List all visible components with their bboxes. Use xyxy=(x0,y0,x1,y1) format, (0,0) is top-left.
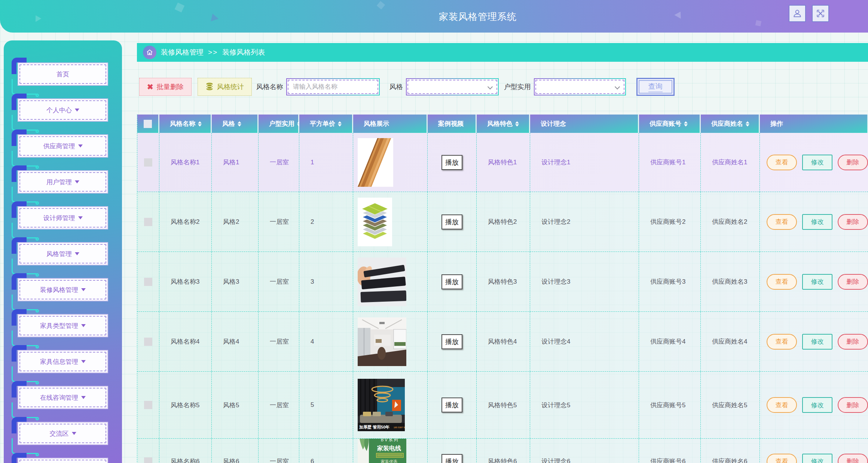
row-checkbox[interactable] xyxy=(144,338,152,346)
column-header-label: 风格特色 xyxy=(487,119,513,128)
style-image[interactable]: 加厚壁 管用50年185 5387 9577 xyxy=(358,379,405,431)
column-header[interactable]: 供应商账号 xyxy=(639,115,701,133)
play-button[interactable]: 播放 xyxy=(441,155,462,170)
column-header[interactable]: 平方单价 xyxy=(299,115,353,133)
style-name-input[interactable] xyxy=(287,79,379,95)
style-cell: 风格3 xyxy=(212,252,259,311)
sidebar-item-0[interactable]: 首页 xyxy=(18,63,108,86)
row-checkbox[interactable] xyxy=(144,218,152,226)
app-title: 家装风格管理系统 xyxy=(439,10,517,22)
supplier-cell: 供应商姓名2 xyxy=(701,192,760,252)
style-filter-label: 风格 xyxy=(389,82,403,91)
header-checkbox-cell[interactable] xyxy=(137,115,159,133)
batch-delete-button[interactable]: ✖ 批量删除 xyxy=(139,78,192,96)
special-cell: 风格特色2 xyxy=(477,192,530,252)
layout-cell: 一居室 xyxy=(259,312,299,371)
sidebar-item-label: 在线咨询管理 xyxy=(40,393,78,402)
row-checkbox[interactable] xyxy=(144,457,152,463)
edit-button[interactable]: 修改 xyxy=(802,454,832,463)
user-icon[interactable] xyxy=(789,5,806,22)
account-cell: 供应商账号2 xyxy=(639,192,701,252)
delete-button[interactable]: 删除 xyxy=(838,274,868,290)
batch-delete-label: 批量删除 xyxy=(157,82,184,91)
sidebar-item-1[interactable]: 个人中心 xyxy=(18,98,108,122)
column-header[interactable]: 供应商姓名 xyxy=(701,115,760,133)
column-header[interactable]: 风格特色 xyxy=(477,115,530,133)
row-checkbox[interactable] xyxy=(144,401,152,409)
style-select[interactable] xyxy=(406,78,499,95)
connector-dot-decoration xyxy=(36,453,39,456)
column-header: 风格展示 xyxy=(353,115,428,133)
sidebar-item-5[interactable]: 风格管理 xyxy=(18,242,108,265)
sidebar-item-3[interactable]: 用户管理 xyxy=(18,170,108,194)
row-checkbox[interactable] xyxy=(144,158,152,167)
play-button[interactable]: 播放 xyxy=(441,397,462,412)
sidebar-item-9[interactable]: 在线咨询管理 xyxy=(18,386,108,409)
column-header[interactable]: 户型实用 xyxy=(259,115,299,133)
play-button[interactable]: 播放 xyxy=(441,334,462,349)
delete-button[interactable]: 删除 xyxy=(838,454,868,463)
account-cell: 供应商账号6 xyxy=(639,439,701,463)
view-button[interactable]: 查看 xyxy=(767,274,797,290)
style-image[interactable] xyxy=(358,317,406,366)
play-button[interactable]: 播放 xyxy=(441,274,462,289)
play-button[interactable]: 播放 xyxy=(441,214,462,229)
x-icon: ✖ xyxy=(147,83,153,91)
column-header-label: 风格名称 xyxy=(170,119,195,128)
delete-button[interactable]: 删除 xyxy=(838,214,868,230)
breadcrumb-page[interactable]: 装修风格列表 xyxy=(222,48,265,57)
edit-button[interactable]: 修改 xyxy=(802,155,832,170)
query-button[interactable]: 查询 xyxy=(636,78,675,96)
edit-button[interactable]: 修改 xyxy=(802,214,832,230)
row-checkbox-cell xyxy=(137,133,159,192)
column-header[interactable]: 风格名称 xyxy=(159,115,212,133)
fullscreen-icon[interactable] xyxy=(812,5,829,22)
edit-button[interactable]: 修改 xyxy=(802,334,832,350)
connector-dot-decoration xyxy=(36,417,39,420)
svg-text:家装电线: 家装电线 xyxy=(377,445,401,451)
edit-button[interactable]: 修改 xyxy=(802,397,832,413)
table-row: 风格名称2 风格2 一居室 2 播放 风格特色2 设计理念2 供应商账号2 供应… xyxy=(137,192,868,252)
view-button[interactable]: 查看 xyxy=(767,214,797,230)
actions-cell: 查看 修改 删除 xyxy=(760,312,868,371)
layout-select[interactable] xyxy=(534,78,626,95)
delete-button[interactable]: 删除 xyxy=(838,334,868,350)
style-name-cell: 风格名称6 xyxy=(159,439,212,463)
sidebar-item-8[interactable]: 家具信息管理 xyxy=(18,350,108,373)
sidebar-item-7[interactable]: 家具类型管理 xyxy=(18,314,108,337)
breadcrumb-section[interactable]: 装修风格管理 xyxy=(161,48,204,57)
style-image[interactable] xyxy=(358,198,392,246)
delete-button[interactable]: 删除 xyxy=(838,397,868,413)
row-checkbox[interactable] xyxy=(144,278,152,286)
view-button[interactable]: 查看 xyxy=(767,397,797,413)
supplier-cell: 供应商姓名4 xyxy=(701,312,760,371)
delete-button[interactable]: 删除 xyxy=(838,155,868,170)
style-image-cell xyxy=(353,133,428,192)
special-cell: 风格特色1 xyxy=(477,133,530,192)
sidebar-item-4[interactable]: 设计师管理 xyxy=(18,206,108,229)
home-icon[interactable] xyxy=(143,46,156,59)
sidebar-item-2[interactable]: 供应商管理 xyxy=(18,134,108,158)
top-header-bar: 家装风格管理系统 xyxy=(0,0,868,33)
video-cell: 播放 xyxy=(428,372,477,438)
style-stats-button[interactable]: 风格统计 xyxy=(198,78,252,96)
style-image[interactable]: BV系列家装电线家装优选 xyxy=(358,439,406,463)
sidebar-item-6[interactable]: 装修风格管理 xyxy=(18,278,108,301)
view-button[interactable]: 查看 xyxy=(767,155,797,170)
select-all-checkbox[interactable] xyxy=(144,120,152,128)
column-header-label: 户型实用 xyxy=(269,119,294,128)
sidebar-item-label: 个人中心 xyxy=(46,106,72,115)
sidebar-item-10[interactable]: 交流区 xyxy=(18,422,108,445)
view-button[interactable]: 查看 xyxy=(767,334,797,350)
style-image[interactable] xyxy=(358,258,406,306)
account-cell: 供应商账号1 xyxy=(639,133,701,192)
view-button[interactable]: 查看 xyxy=(767,454,797,463)
sidebar-item-11[interactable] xyxy=(18,458,108,463)
caret-down-icon xyxy=(81,288,86,291)
edit-button[interactable]: 修改 xyxy=(802,274,832,290)
table-row: 风格名称5 风格5 一居室 5 加厚壁 管用50年185 5387 9577 播… xyxy=(137,372,868,439)
play-button[interactable]: 播放 xyxy=(441,454,462,463)
concept-cell: 设计理念5 xyxy=(530,372,639,438)
style-image[interactable] xyxy=(358,138,393,187)
column-header[interactable]: 风格 xyxy=(212,115,259,133)
